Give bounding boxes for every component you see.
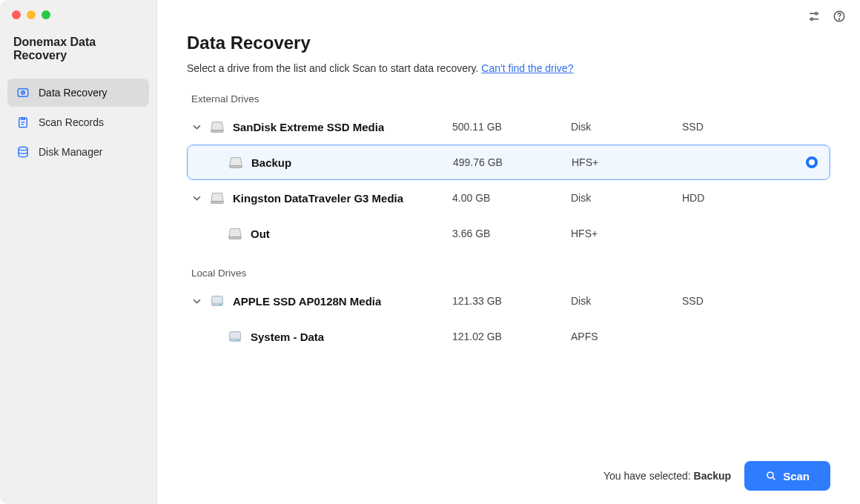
sidebar-item-data-recovery[interactable]: Data Recovery: [7, 79, 149, 107]
external-drive-icon: [228, 154, 244, 170]
drive-media: HDD: [682, 192, 793, 204]
drive-name: APPLE SSD AP0128N Media: [233, 295, 381, 308]
drive-row-kingston[interactable]: Kingston DataTraveler G3 Media 4.00 GB D…: [187, 180, 830, 216]
scan-button-label: Scan: [783, 470, 810, 483]
main-panel: Data Recovery Select a drive from the li…: [157, 0, 860, 504]
sidebar-item-label: Scan Records: [39, 116, 104, 128]
external-drive-icon: [209, 190, 225, 206]
drive-name: SanDisk Extreme SSD Media: [233, 121, 384, 133]
hard-drive-icon: [16, 86, 30, 99]
svg-point-6: [811, 18, 813, 20]
help-icon[interactable]: [832, 9, 847, 24]
content-area: Data Recovery Select a drive from the li…: [157, 0, 860, 448]
svg-point-15: [220, 304, 222, 305]
subtitle-text: Select a drive from the list and click S…: [187, 62, 481, 74]
svg-point-4: [19, 147, 27, 150]
fullscreen-window-button[interactable]: [42, 10, 50, 19]
drive-size: 4.00 GB: [452, 192, 571, 204]
sidebar-item-scan-records[interactable]: Scan Records: [7, 108, 149, 136]
scan-button[interactable]: Scan: [744, 461, 830, 491]
chevron-down-icon[interactable]: [191, 296, 202, 306]
drive-name: Kingston DataTraveler G3 Media: [233, 192, 403, 205]
volume-selected-radio[interactable]: [794, 156, 830, 168]
selected-name: Backup: [694, 470, 732, 482]
svg-rect-11: [211, 202, 224, 204]
volume-size: 499.76 GB: [453, 156, 572, 168]
drive-row-apple-ssd[interactable]: APPLE SSD AP0128N Media 121.33 GB Disk S…: [187, 283, 830, 319]
app-title: Donemax Data Recovery: [0, 19, 156, 74]
volume-size: 121.02 GB: [452, 331, 571, 342]
chevron-down-icon[interactable]: [191, 122, 202, 132]
cant-find-drive-link[interactable]: Can't find the drive?: [481, 62, 573, 74]
drive-size: 121.33 GB: [452, 295, 571, 307]
volume-size: 3.66 GB: [452, 228, 571, 239]
volume-fs: HFS+: [572, 156, 683, 168]
sidebar-nav: Data Recovery Scan Records Disk Manager: [0, 74, 156, 170]
volume-fs: APFS: [571, 331, 682, 342]
svg-point-19: [767, 472, 773, 478]
volume-fs: HFS+: [571, 228, 682, 239]
window-controls: [0, 0, 156, 19]
sidebar-item-label: Data Recovery: [39, 87, 108, 99]
volume-name: Backup: [251, 156, 291, 169]
volume-row-backup[interactable]: Backup 499.76 GB HFS+: [187, 145, 830, 180]
clipboard-icon: [16, 116, 30, 129]
svg-point-5: [816, 13, 818, 15]
drive-row-sandisk[interactable]: SanDisk Extreme SSD Media 500.11 GB Disk…: [187, 109, 830, 145]
drive-kind: Disk: [571, 192, 682, 204]
drive-kind: Disk: [571, 295, 682, 307]
volume-name: System - Data: [251, 331, 324, 343]
sidebar: Donemax Data Recovery Data Recovery Scan…: [0, 0, 157, 504]
topbar-actions: [807, 9, 847, 24]
drive-media: SSD: [682, 121, 793, 133]
close-window-button[interactable]: [12, 10, 21, 19]
page-title: Data Recovery: [187, 33, 830, 53]
volume-row-system-data[interactable]: System - Data 121.02 GB APFS: [187, 319, 830, 354]
volume-row-out[interactable]: Out 3.66 GB HFS+: [187, 216, 830, 251]
selected-prefix: You have selected:: [603, 470, 694, 482]
volume-name: Out: [251, 228, 270, 240]
svg-rect-10: [230, 166, 242, 168]
external-drive-icon: [209, 119, 225, 135]
drive-size: 500.11 GB: [452, 121, 571, 133]
external-drive-icon: [227, 225, 243, 242]
page-subtitle: Select a drive from the list and click S…: [187, 62, 830, 74]
internal-drive-icon: [227, 328, 243, 345]
svg-point-2: [23, 93, 24, 93]
selected-label: You have selected: Backup: [603, 470, 731, 482]
search-icon: [765, 470, 777, 482]
section-external-label: External Drives: [191, 93, 830, 105]
drive-media: SSD: [682, 295, 793, 307]
disks-icon: [16, 145, 30, 159]
drive-kind: Disk: [571, 121, 682, 133]
section-local-label: Local Drives: [191, 268, 830, 279]
settings-icon[interactable]: [807, 9, 821, 24]
svg-point-8: [838, 19, 839, 19]
sidebar-item-disk-manager[interactable]: Disk Manager: [7, 138, 149, 166]
footer-bar: You have selected: Backup Scan: [157, 448, 860, 504]
svg-rect-9: [211, 130, 224, 133]
sidebar-item-label: Disk Manager: [39, 146, 102, 158]
svg-point-18: [238, 339, 239, 341]
chevron-down-icon[interactable]: [191, 193, 202, 203]
svg-rect-12: [229, 237, 242, 239]
minimize-window-button[interactable]: [27, 10, 36, 19]
internal-drive-icon: [209, 293, 225, 309]
